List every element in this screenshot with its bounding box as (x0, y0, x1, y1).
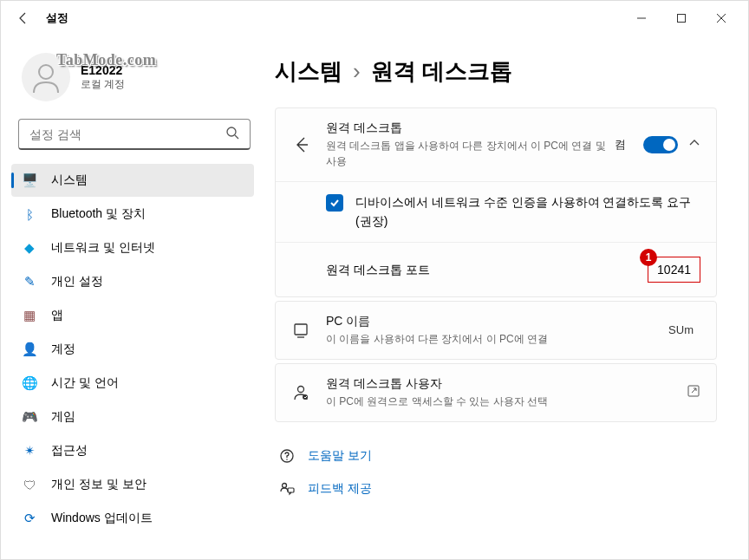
port-label: 원격 데스크톱 포트 (326, 260, 648, 279)
nav-label: 시스템 (51, 173, 88, 188)
sidebar-item-10[interactable]: ⟳Windows 업데이트 (11, 502, 254, 535)
nav-icon: ▦ (22, 308, 37, 323)
search-box[interactable] (18, 119, 251, 150)
svg-point-8 (303, 394, 308, 400)
pcname-value: SUm (668, 323, 694, 336)
nav-icon: ✎ (22, 274, 37, 290)
sidebar-item-1[interactable]: ᛒBluetooth 및 장치 (11, 198, 254, 231)
nav-icon: ⟳ (22, 511, 37, 526)
svg-point-11 (286, 459, 288, 460)
sidebar-item-8[interactable]: ✴접근성 (11, 434, 254, 467)
svg-rect-1 (678, 15, 686, 23)
remote-title: 원격 데스크톱 (326, 120, 615, 136)
help-link[interactable]: 도움말 보기 (275, 440, 717, 472)
nav-icon: 🎮 (22, 409, 37, 425)
back-button[interactable] (8, 3, 39, 34)
nla-checkbox[interactable] (326, 194, 343, 212)
help-label: 도움말 보기 (308, 448, 372, 464)
feedback-link[interactable]: 피드백 제공 (275, 472, 717, 505)
nav-label: 개인 정보 및 보안 (51, 477, 147, 492)
breadcrumb-separator: › (353, 58, 361, 85)
nav-label: 개인 설정 (51, 274, 103, 290)
help-icon (278, 448, 296, 464)
close-button[interactable] (701, 3, 741, 34)
sidebar: E12022 로컬 계정 TabMode.com 🖥️시스템ᛒBluetooth… (1, 36, 261, 559)
sidebar-item-6[interactable]: 🌐시간 및 언어 (11, 367, 254, 400)
pc-name-card[interactable]: PC 이름 이 이름을 사용하여 다른 장치에서 이 PC에 연결 SUm (275, 301, 717, 360)
remote-toggle[interactable] (643, 136, 678, 153)
minimize-button[interactable] (622, 3, 661, 34)
nav-label: 네트워크 및 인터넷 (51, 240, 155, 256)
nav-label: Bluetooth 및 장치 (51, 206, 146, 222)
nav-label: 접근성 (51, 443, 88, 459)
nav-icon: 🖥️ (22, 173, 37, 188)
remote-desktop-card: 원격 데스크톱 원격 데스크톱 앱을 사용하여 다른 장치에서 이 PC에 연결… (275, 107, 717, 297)
sidebar-item-9[interactable]: 🛡개인 정보 및 보안 (11, 468, 254, 501)
feedback-label: 피드백 제공 (308, 481, 372, 497)
nav-icon: ᛒ (22, 206, 37, 222)
breadcrumb: 시스템 › 원격 데스크톱 (275, 56, 717, 87)
nav-icon: ◆ (22, 240, 37, 256)
pcname-desc: 이 이름을 사용하여 다른 장치에서 이 PC에 연결 (326, 331, 668, 347)
svg-line-4 (235, 135, 238, 139)
nav-label: 계정 (51, 342, 75, 357)
feedback-icon (278, 481, 296, 497)
users-icon (291, 384, 310, 401)
sidebar-item-5[interactable]: 👤계정 (11, 333, 254, 366)
external-link-icon (687, 384, 700, 401)
remote-desktop-icon (291, 136, 310, 153)
svg-rect-5 (295, 324, 307, 335)
user-name: E12022 (81, 63, 125, 77)
sidebar-item-3[interactable]: ✎개인 설정 (11, 265, 254, 298)
svg-point-2 (39, 65, 53, 79)
help-links: 도움말 보기 피드백 제공 (275, 440, 717, 505)
nav-icon: ✴ (22, 443, 37, 459)
search-icon (225, 126, 239, 143)
annotation-badge-1: 1 (640, 249, 657, 266)
user-section[interactable]: E12022 로컬 계정 TabMode.com (11, 46, 261, 115)
nla-row[interactable]: 디바이스에서 네트워크 수준 인증을 사용하여 연결하도록 요구(권장) (276, 181, 716, 242)
nav-icon: 🛡 (22, 477, 37, 492)
nav-label: Windows 업데이트 (51, 511, 153, 526)
svg-point-3 (227, 127, 236, 136)
window-controls (622, 3, 741, 34)
nav-list: 🖥️시스템ᛒBluetooth 및 장치◆네트워크 및 인터넷✎개인 설정▦앱👤… (11, 164, 261, 535)
svg-rect-13 (288, 488, 294, 492)
breadcrumb-parent[interactable]: 시스템 (275, 56, 342, 87)
port-value: 10241 (657, 263, 691, 277)
app-title: 설정 (46, 10, 68, 26)
sidebar-item-2[interactable]: ◆네트워크 및 인터넷 (11, 231, 254, 264)
titlebar: 설정 (1, 1, 748, 36)
toggle-label: 켬 (615, 137, 626, 153)
nav-icon: 👤 (22, 342, 37, 357)
svg-point-12 (283, 483, 287, 487)
sidebar-item-4[interactable]: ▦앱 (11, 299, 254, 332)
users-title: 원격 데스크톱 사용자 (326, 376, 687, 392)
chevron-up-icon[interactable] (688, 137, 700, 153)
account-type: 로컬 계정 (81, 77, 125, 92)
search-input[interactable] (29, 127, 225, 141)
pc-icon (291, 322, 310, 339)
nav-label: 시간 및 언어 (51, 375, 119, 391)
port-row: 원격 데스크톱 포트 1 10241 (276, 242, 716, 296)
users-desc: 이 PC에 원격으로 액세스할 수 있는 사용자 선택 (326, 394, 687, 409)
remote-desc: 원격 데스크톱 앱을 사용하여 다른 장치에서 이 PC에 연결 및 사용 (326, 138, 615, 169)
users-card[interactable]: 원격 데스크톱 사용자 이 PC에 원격으로 액세스할 수 있는 사용자 선택 (275, 363, 717, 422)
nav-label: 앱 (51, 308, 63, 323)
nla-label: 디바이스에서 네트워크 수준 인증을 사용하여 연결하도록 요구(권장) (355, 192, 700, 231)
sidebar-item-7[interactable]: 🎮게임 (11, 400, 254, 433)
remote-desktop-header[interactable]: 원격 데스크톱 원격 데스크톱 앱을 사용하여 다른 장치에서 이 PC에 연결… (276, 108, 716, 181)
nav-label: 게임 (51, 409, 75, 425)
maximize-button[interactable] (661, 3, 701, 34)
avatar (22, 53, 70, 101)
breadcrumb-current: 원격 데스크톱 (371, 56, 512, 87)
main-content: 시스템 › 원격 데스크톱 원격 데스크톱 원격 데스크톱 앱을 사용하여 다른… (261, 36, 748, 559)
sidebar-item-0[interactable]: 🖥️시스템 (11, 164, 254, 197)
port-value-box: 1 10241 (648, 257, 700, 283)
pcname-title: PC 이름 (326, 314, 668, 329)
svg-point-7 (298, 386, 304, 392)
nav-icon: 🌐 (22, 375, 37, 391)
